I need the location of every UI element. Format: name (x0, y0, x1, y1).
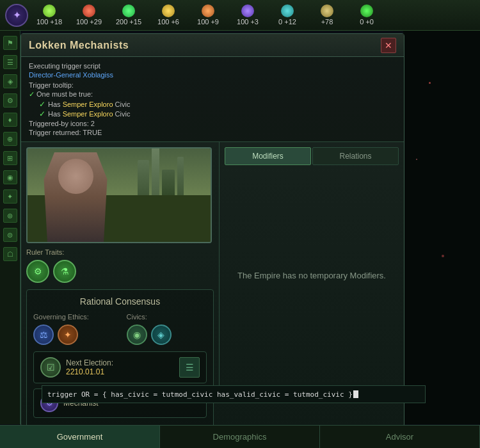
trait-icon-2[interactable]: ⚗ (53, 260, 76, 283)
sidebar-btn-6[interactable]: ⊕ (3, 132, 17, 146)
trait-icon-1[interactable]: ⚙ (26, 260, 49, 283)
resource-physics: +78 (308, 3, 346, 27)
portrait-character (40, 152, 111, 242)
bottom-tabs: Government Demographics Advisor (0, 425, 480, 448)
tab-content-modifiers: The Empire has no temporary Modifiers. (225, 172, 399, 380)
sidebar-btn-11[interactable]: ⊜ (3, 228, 17, 242)
top-bar: ✦ 100 +18 100 +29 200 +15 100 +6 100 +9 … (0, 0, 480, 31)
portrait-background (28, 148, 211, 242)
content-area: Ruler Traits: ⚙ ⚗ Rational Consensus Gov… (21, 142, 404, 385)
left-sidebar: ⚑ ☰ ◈ ⚙ ♦ ⊕ ⊞ ◉ ✦ ⊛ ⊜ ☖ (0, 31, 20, 424)
resource-consumer-value: 100 +9 (197, 18, 219, 26)
civics-group: Civics: ◉ ◈ (127, 313, 207, 345)
character-head (58, 159, 93, 194)
tab-modifiers[interactable]: Modifiers (225, 147, 311, 165)
bottom-tab-government[interactable]: Government (0, 426, 160, 448)
debug-condition-label: ✓ One must be true: (29, 90, 396, 99)
election-left: ☑ Next Election: 2210.01.01 (40, 357, 113, 378)
sidebar-btn-7[interactable]: ⊞ (3, 151, 17, 165)
civics-icon-row: ◉ ◈ (127, 324, 207, 345)
resource-influence: 0 +12 (269, 3, 306, 27)
sidebar-btn-5[interactable]: ♦ (3, 113, 17, 127)
close-button[interactable]: ✕ (381, 38, 396, 53)
election-label: Next Election: (66, 358, 113, 367)
sidebar-btn-1[interactable]: ⚑ (3, 36, 17, 50)
civics-icon-2[interactable]: ◈ (151, 324, 172, 345)
tab-row: Modifiers Relations (225, 147, 399, 165)
debug-check-1: ✓ Has Semper Exploro Civic (39, 100, 396, 109)
resource-minerals: 100 +29 (70, 3, 108, 27)
government-name: Rational Consensus (33, 296, 207, 307)
debug-tooltip-label: Trigger tooltip: (29, 81, 396, 89)
debug-director-name: Director-General Xoblagiss (29, 71, 396, 79)
ethics-label: Governing Ethics: (33, 313, 114, 321)
ethics-icon-materialist[interactable]: ✦ (58, 324, 78, 345)
resource-food: 200 +15 (110, 3, 147, 27)
election-info: Next Election: 2210.01.01 (66, 358, 113, 376)
debug-area: Executing trigger script Director-Genera… (21, 57, 404, 142)
resource-unity: 100 +3 (229, 3, 266, 27)
sidebar-btn-4[interactable]: ⚙ (3, 93, 17, 108)
resource-alloys-value: 100 +6 (157, 18, 179, 26)
resource-unity-value: 100 +3 (237, 18, 259, 26)
resource-alloys: 100 +6 (150, 3, 187, 27)
resource-society: 0 +0 (348, 3, 385, 27)
resource-influence-value: 0 +12 (278, 18, 296, 26)
ethics-group: Governing Ethics: ⚖ ✦ (33, 313, 114, 345)
election-date: 2210.01.01 (66, 367, 113, 376)
command-bar: trigger OR = { has_civic = tutmod_civic … (42, 385, 426, 403)
election-icon: ☑ (40, 357, 61, 378)
civics-icon-1[interactable]: ◉ (127, 324, 147, 345)
sidebar-btn-8[interactable]: ◉ (3, 170, 17, 184)
government-section: Rational Consensus Governing Ethics: ⚖ ✦… (26, 289, 214, 430)
debug-executing-label: Executing trigger script (29, 62, 396, 70)
sidebar-btn-10[interactable]: ⊛ (3, 209, 17, 223)
debug-check-2: ✓ Has Semper Exploro Civic (39, 109, 396, 118)
command-cursor (353, 390, 358, 398)
ethics-icon-row: ⚖ ✦ (33, 324, 114, 345)
bottom-tab-demographics[interactable]: Demographics (160, 426, 320, 448)
panel-title-bar: Lokken Mechanists ✕ (21, 34, 404, 57)
main-panel: Lokken Mechanists ✕ Executing trigger sc… (20, 33, 404, 427)
resource-society-value: 0 +0 (360, 18, 374, 26)
leader-portrait (26, 147, 212, 243)
election-detail-button[interactable]: ☰ (179, 357, 200, 378)
election-row: ☑ Next Election: 2210.01.01 ☰ (33, 351, 207, 383)
command-text: trigger OR = { has_civic = tutmod_civic … (47, 390, 353, 399)
sidebar-btn-12[interactable]: ☖ (3, 247, 17, 261)
resource-food-value: 200 +15 (116, 18, 141, 26)
sidebar-btn-9[interactable]: ✦ (3, 189, 17, 204)
right-content-panel: Modifiers Relations The Empire has no te… (220, 142, 404, 385)
empire-logo[interactable]: ✦ (5, 4, 28, 27)
resource-energy-value: 100 +18 (36, 18, 62, 26)
resource-energy: 100 +18 (31, 3, 68, 27)
civics-label: Civics: (127, 313, 207, 321)
background-right (403, 31, 480, 424)
left-content-panel: Ruler Traits: ⚙ ⚗ Rational Consensus Gov… (21, 142, 220, 385)
sidebar-btn-3[interactable]: ◈ (3, 74, 17, 88)
resource-minerals-value: 100 +29 (76, 18, 102, 26)
resource-consumer: 100 +9 (189, 3, 227, 27)
resource-physics-value: +78 (321, 18, 333, 26)
bottom-tab-advisor[interactable]: Advisor (320, 426, 480, 448)
ethics-icon-egalitarian[interactable]: ⚖ (33, 324, 54, 345)
debug-trigger-returned: Trigger returned: TRUE (29, 129, 396, 136)
sidebar-btn-2[interactable]: ☰ (3, 55, 17, 69)
debug-triggered-by: Triggered-by icons: 2 (29, 120, 396, 127)
ruler-trait-icons: ⚙ ⚗ (26, 260, 214, 283)
ruler-traits-label: Ruler Traits: (26, 248, 214, 256)
no-modifiers-text: The Empire has no temporary Modifiers. (237, 269, 386, 282)
panel-title: Lokken Mechanists (29, 40, 129, 51)
ethics-civics-row: Governing Ethics: ⚖ ✦ Civics: ◉ ◈ (33, 313, 207, 345)
tab-relations[interactable]: Relations (312, 147, 399, 165)
